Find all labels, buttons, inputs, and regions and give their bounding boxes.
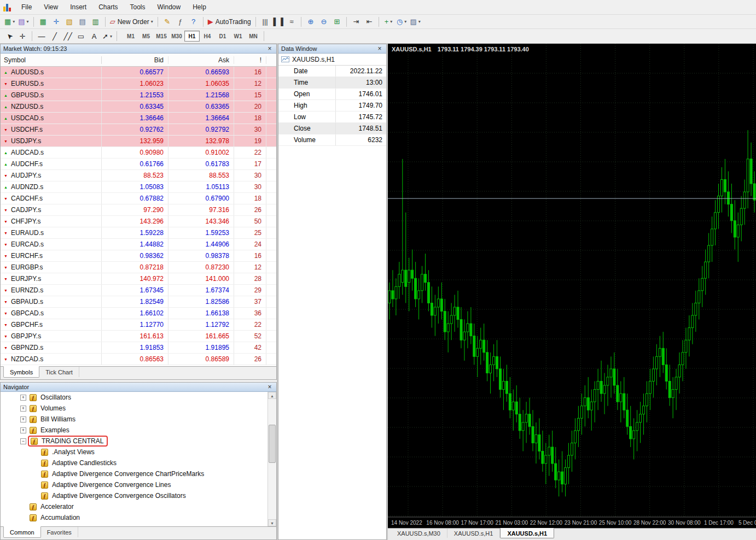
market-watch-row[interactable]: ▼CHFJPY.s143.296143.34650 [1, 216, 276, 227]
collapse-icon[interactable]: − [20, 438, 26, 444]
market-watch-row[interactable]: ▲AUDCAD.s0.909800.9100222 [1, 147, 276, 159]
market-watch-row[interactable]: ▼EURJPY.s140.972141.00028 [1, 273, 276, 285]
panel-splitter[interactable] [277, 44, 278, 540]
autotrading-button[interactable]: ▶AutoTrading [206, 16, 253, 28]
line-chart-button[interactable]: ≈ [285, 16, 298, 28]
metaeditor-button[interactable]: ✎ [161, 16, 174, 28]
trendline-button[interactable]: ╱ [48, 30, 61, 42]
cursor-button[interactable]: ➤ [3, 30, 16, 42]
navigator-item[interactable]: +ƒOscillators [1, 392, 267, 403]
timeframe-h4-button[interactable]: H4 [200, 31, 215, 42]
navigator-item[interactable]: ƒAdaptive Divergence Convergence Oscilla… [1, 490, 267, 501]
dropdown-caret-icon[interactable]: ▾ [110, 34, 112, 39]
chart-shift-button[interactable]: ⇤ [363, 16, 376, 28]
expand-icon[interactable]: + [20, 406, 26, 412]
navigator-item[interactable]: ƒAccumulation [1, 512, 267, 523]
navigator-item[interactable]: ƒAdaptive Divergence Convergence ChartPr… [1, 468, 267, 479]
market-watch-toggle-button[interactable]: ▦ [37, 16, 50, 28]
menu-view[interactable]: View [38, 1, 64, 14]
help-guide-button[interactable]: ? [187, 16, 200, 28]
horizontal-line-button[interactable]: — [35, 30, 48, 42]
tab-symbols[interactable]: Symbols [3, 366, 39, 378]
market-watch-row[interactable]: ▲NZDUSD.s0.633450.6336520 [1, 101, 276, 113]
timeframe-m30-button[interactable]: M30 [169, 31, 184, 42]
column-spread[interactable]: ! [234, 56, 266, 64]
expert-advisors-button[interactable]: ƒ [174, 16, 187, 28]
market-watch-row[interactable]: ▲USDCAD.s1.366461.3666418 [1, 113, 276, 124]
data-window-toggle-button[interactable]: ✛ [50, 16, 63, 28]
equidistant-channel-button[interactable]: ╱╱ [61, 30, 74, 42]
navigator-item[interactable]: ƒ.Analyst Views [1, 447, 267, 457]
timeframe-h1-button[interactable]: H1 [184, 31, 200, 42]
market-watch-row[interactable]: ▼EURCAD.s1.448821.4490624 [1, 239, 276, 250]
dropdown-caret-icon[interactable]: ▾ [13, 19, 15, 24]
navigator-scrollbar[interactable]: ▲ ▼ [267, 392, 276, 526]
navigator-item[interactable]: ƒAdaptive Candlesticks [1, 457, 267, 468]
close-icon[interactable]: × [266, 45, 274, 52]
navigator-toggle-button[interactable]: ▧ [63, 16, 76, 28]
panel-splitter[interactable] [387, 44, 388, 540]
new-chart-button[interactable]: ▦▾ [3, 16, 16, 28]
indicators-button[interactable]: +▾ [382, 16, 395, 28]
market-watch-row[interactable]: ▼CADJPY.s97.29097.31626 [1, 204, 276, 216]
dropdown-caret-icon[interactable]: ▾ [390, 19, 392, 24]
chart-tab-xauusd-s-m30[interactable]: XAUUSD.s,M30 [391, 529, 447, 538]
market-watch-row[interactable]: ▼GBPAUD.s1.825491.8258637 [1, 296, 276, 308]
close-icon[interactable]: × [266, 383, 274, 391]
arrow-objects-button[interactable]: ➚▾ [101, 30, 114, 42]
menu-charts[interactable]: Charts [92, 1, 124, 14]
templates-button[interactable]: ▨▾ [408, 16, 422, 28]
column-bid[interactable]: Bid [102, 56, 168, 64]
navigator-item[interactable]: ƒAdaptive Divergence Convergence Lines [1, 479, 267, 490]
expand-icon[interactable]: + [20, 427, 26, 433]
new-order-button[interactable]: ▱New Order▾ [108, 16, 155, 28]
profiles-button[interactable]: ▤▾ [16, 16, 30, 28]
market-watch-row[interactable]: ▼GBPNZD.s1.918531.9189542 [1, 342, 276, 354]
scrollbar-thumb[interactable] [269, 425, 276, 463]
market-watch-row[interactable]: ▼EURUSD.s1.060231.0603512 [1, 78, 276, 90]
market-watch-row[interactable]: ▼EURNZD.s1.673451.6737429 [1, 285, 276, 296]
bars-chart-button[interactable]: ||| [259, 16, 272, 28]
navigator-item[interactable]: +ƒBill Williams [1, 414, 267, 425]
timeframe-d1-button[interactable]: D1 [215, 31, 230, 42]
zoom-out-button[interactable]: ⊖ [317, 16, 330, 28]
market-watch-row[interactable]: ▼GBPCAD.s1.661021.6613836 [1, 308, 276, 319]
timeframe-w1-button[interactable]: W1 [230, 31, 246, 42]
shapes-button[interactable]: ▭ [74, 30, 88, 42]
strategy-tester-toggle-button[interactable]: ▥ [89, 16, 102, 28]
timeframe-m1-button[interactable]: M1 [123, 31, 138, 42]
chart-tab-xauusd-s-h1[interactable]: XAUUSD.s,H1 [447, 529, 501, 538]
market-watch-row[interactable]: ▼GBPCHF.s1.127701.1279222 [1, 319, 276, 331]
timeframe-mn-button[interactable]: MN [246, 31, 261, 42]
market-watch-row[interactable]: ▲AUDCHF.s0.617660.6178317 [1, 159, 276, 170]
scroll-down-icon[interactable]: ▼ [268, 519, 276, 526]
chart-tab-xauusd-s-h1[interactable]: XAUUSD.s,H1 [500, 528, 554, 538]
menu-help[interactable]: Help [187, 1, 212, 14]
candlestick-chart[interactable]: 14 Nov 202216 Nov 08:0017 Nov 17:0021 No… [388, 44, 756, 528]
navigator-item[interactable]: −ƒTRADING CENTRAL [1, 436, 267, 447]
menu-window[interactable]: Window [152, 1, 187, 14]
market-watch-row[interactable]: ▲GBPUSD.s1.215531.2156815 [1, 90, 276, 101]
candles-chart-button[interactable]: ▌▐ [272, 16, 285, 28]
navigator-item[interactable]: +ƒVolumes [1, 403, 267, 414]
tab-favorites[interactable]: Favorites [41, 527, 78, 537]
tab-common[interactable]: Common [3, 526, 41, 538]
navigator-item[interactable]: ƒAccelerator [1, 501, 267, 512]
market-watch-row[interactable]: ▲AUDUSD.s0.665770.6659316 [1, 67, 276, 78]
column-ask[interactable]: Ask [168, 56, 234, 64]
market-watch-row[interactable]: ▼CADCHF.s0.678820.6790018 [1, 193, 276, 204]
timeframe-m15-button[interactable]: M15 [154, 31, 169, 42]
column-symbol[interactable]: Symbol [1, 56, 102, 64]
menu-insert[interactable]: Insert [64, 1, 92, 14]
dropdown-caret-icon[interactable]: ▾ [151, 19, 153, 24]
expand-icon[interactable]: + [20, 416, 26, 422]
zoom-in-button[interactable]: ⊕ [304, 16, 317, 28]
market-watch-row[interactable]: ▼AUDJPY.s88.52388.55330 [1, 170, 276, 181]
dropdown-caret-icon[interactable]: ▾ [418, 19, 421, 24]
market-watch-row[interactable]: ▼EURAUD.s1.592281.5925325 [1, 227, 276, 239]
text-tool-button[interactable]: A [88, 30, 101, 42]
navigator-item[interactable]: +ƒExamples [1, 425, 267, 436]
dropdown-caret-icon[interactable]: ▾ [404, 19, 406, 24]
market-watch-row[interactable]: ▼NZDCAD.s0.865630.8658926 [1, 354, 276, 365]
crosshair-button[interactable]: ✛ [16, 30, 29, 42]
